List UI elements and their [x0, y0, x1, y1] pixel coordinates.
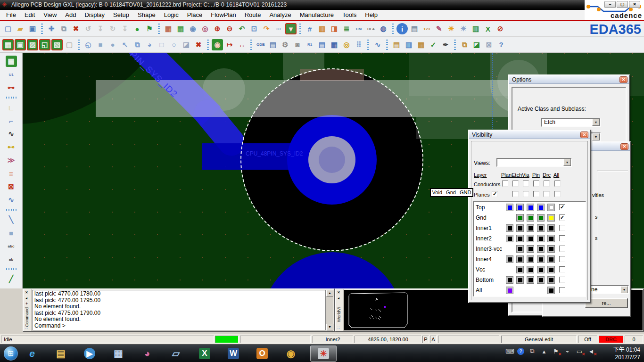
copy-shape-icon[interactable]: ⧉	[132, 39, 143, 50]
view-3d-icon[interactable]: 3D	[273, 23, 284, 34]
menu-help[interactable]: Help	[361, 10, 382, 20]
close-icon[interactable]: ✕	[337, 290, 340, 295]
menu-tools[interactable]: Tools	[338, 10, 361, 20]
conductors-all-checkbox[interactable]	[554, 181, 561, 187]
odb-export-icon[interactable]: ODB	[255, 39, 266, 50]
close-button[interactable]: ✕	[629, 1, 640, 8]
visibility-title[interactable]: Visibility	[469, 131, 590, 139]
sign-pen-icon[interactable]: ✒	[440, 39, 451, 50]
chevron-down-icon[interactable]: ▼	[620, 286, 628, 293]
inner4-via-swatch[interactable]	[527, 255, 534, 263]
select-window-icon[interactable]: ◪	[181, 39, 192, 50]
menu-edit[interactable]: Edit	[20, 10, 39, 20]
column-pin[interactable]: Pin	[532, 172, 540, 178]
bottom-all-checkbox[interactable]	[559, 277, 565, 283]
close-icon[interactable]: ✕	[620, 143, 628, 150]
paint-taskbar-icon[interactable]: ◕	[138, 346, 157, 362]
conductors-drc-checkbox[interactable]	[544, 181, 550, 187]
shape-arc-icon[interactable]: ◕	[144, 39, 155, 50]
inner3-vcc-etch-swatch[interactable]	[516, 245, 524, 253]
internet-explorer-taskbar-icon[interactable]: e	[23, 346, 41, 362]
menu-shape[interactable]: Shape	[133, 10, 160, 20]
dock-grip-icon[interactable]: ∷	[338, 326, 340, 330]
shape-board-5-icon[interactable]: ▧	[51, 39, 63, 50]
zoom-points-icon[interactable]: ◉	[187, 23, 198, 34]
conductors-etch-checkbox[interactable]	[512, 181, 519, 187]
menu-logic[interactable]: Logic	[160, 10, 183, 20]
grid-lines-icon[interactable]: ▦	[175, 23, 186, 34]
zoom-selection-icon[interactable]: ⊡	[248, 23, 260, 34]
signal-probe-icon[interactable]: ∿	[372, 39, 383, 50]
edit-text-icon[interactable]: ab	[6, 254, 17, 265]
pin-icon[interactable]: +	[25, 301, 28, 306]
chevron-down-icon[interactable]: ▼	[592, 119, 600, 126]
inner1-all-checkbox[interactable]	[559, 225, 565, 231]
help-bubble-icon[interactable]: ?	[517, 348, 524, 355]
redo-list-icon[interactable]: ↧	[119, 23, 131, 34]
pad-array-icon[interactable]: ▦	[329, 39, 340, 50]
show-properties-icon[interactable]: ▤	[409, 23, 420, 34]
menu-view[interactable]: View	[39, 10, 61, 20]
waive-pin-icon[interactable]: ⚑	[144, 23, 155, 34]
vcc-pin-swatch[interactable]	[537, 266, 545, 273]
drc-status[interactable]: DRC	[599, 336, 623, 343]
swap-pins-icon[interactable]: ⊠	[6, 181, 17, 192]
pin-to-pin-icon[interactable]: ⊷	[6, 141, 17, 153]
menu-analyze[interactable]: Analyze	[265, 10, 295, 20]
chevron-down-icon[interactable]: ▼	[563, 159, 571, 166]
fanout-icon[interactable]: ≫	[6, 155, 17, 166]
console-output[interactable]: last pick: 4770.00 1780.00last pick: 477…	[32, 290, 326, 330]
minimize-button[interactable]: –	[604, 1, 616, 8]
class-dropdown[interactable]: Etch ▼	[541, 118, 601, 127]
multi-route-icon[interactable]: ≡	[6, 168, 17, 179]
show-hidden-icon[interactable]: ▴	[540, 348, 548, 355]
shape-board-4-icon[interactable]: ◱	[39, 39, 50, 50]
variant-editor-icon[interactable]: ▦	[415, 39, 427, 50]
action-center-icon[interactable]: ⚑	[552, 348, 560, 355]
conductors-via-checkbox[interactable]	[523, 181, 529, 187]
dock-grip-icon[interactable]: ∷	[25, 326, 28, 330]
dimension-icon[interactable]: ↔	[236, 39, 248, 50]
shape-disabled-icon[interactable]: ▢	[64, 39, 75, 50]
views-dropdown[interactable]: ▼	[496, 158, 572, 167]
report-note-icon[interactable]: ▤	[391, 39, 402, 50]
dfa-global-icon[interactable]: ◍	[378, 23, 389, 34]
inner2-plan-swatch[interactable]	[506, 235, 513, 242]
place-connector-icon[interactable]: ⊶	[6, 82, 17, 93]
scroll-down-icon[interactable]: ▼	[326, 324, 333, 330]
help-icon[interactable]: ?	[495, 39, 507, 50]
close-icon[interactable]: ✕	[25, 290, 28, 295]
planes-pin-checkbox[interactable]	[533, 191, 539, 197]
open-drawing-icon[interactable]: ▰	[15, 23, 26, 34]
chevron-down-icon[interactable]: ▼	[592, 133, 600, 140]
allegro-pcb-taskbar-icon[interactable]: ✳	[310, 346, 337, 362]
close-icon[interactable]: ✕	[619, 76, 627, 83]
gnd-all-checkbox[interactable]	[559, 214, 565, 221]
display-switch-icon[interactable]: ⧉	[528, 347, 536, 355]
color-brush-icon[interactable]: ✎	[433, 23, 445, 34]
dock-arrow-icon[interactable]: ◂	[338, 296, 339, 300]
inner4-pin-swatch[interactable]	[537, 255, 545, 263]
grid-points-icon[interactable]: ▦	[163, 23, 174, 34]
setup-grid-icon[interactable]: #	[304, 23, 315, 34]
more-button[interactable]: re...	[585, 298, 628, 308]
new-drawing-icon[interactable]: ▢	[2, 23, 14, 34]
top-pin-swatch[interactable]	[537, 204, 545, 211]
column-all[interactable]: All	[553, 172, 559, 178]
copy-documents-icon[interactable]: ⧉	[459, 39, 470, 50]
gnd-pin-swatch[interactable]	[537, 214, 545, 222]
network-icon[interactable]: ▭	[576, 348, 583, 355]
column-drc[interactable]: Drc	[543, 172, 551, 178]
swap-components-icon[interactable]: ◨	[329, 23, 340, 34]
gnd-via-swatch[interactable]	[527, 214, 534, 222]
trace-bend[interactable]	[207, 113, 231, 142]
color-dialog-icon[interactable]: ▥	[316, 23, 328, 34]
chrome-taskbar-icon[interactable]: ◉	[281, 346, 300, 362]
bottom-pin-swatch[interactable]	[537, 276, 545, 284]
copy-icon[interactable]: ⧉	[58, 23, 69, 34]
zoom-fit-icon[interactable]: ◎	[199, 23, 211, 34]
show-element-icon[interactable]: i	[396, 23, 408, 34]
show-measure-icon[interactable]: 123	[421, 23, 432, 34]
redraw-icon[interactable]: ↷	[261, 23, 272, 34]
menu-display[interactable]: Display	[80, 10, 109, 20]
